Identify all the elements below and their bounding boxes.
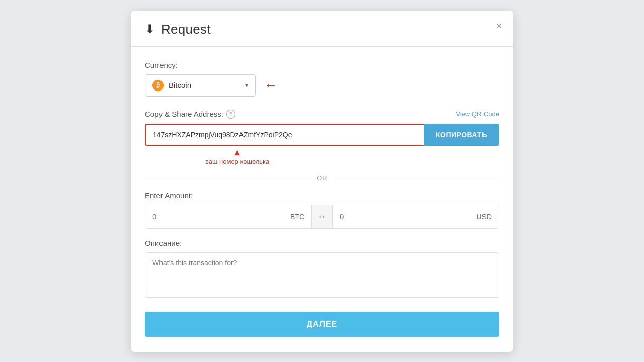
description-label: Описание:	[145, 239, 499, 247]
address-wrapper: КОПИРОВАТЬ	[145, 124, 499, 146]
currency-row: ₿ Bitcoin ▾ ←	[145, 74, 499, 97]
modal-overlay: ⬇ Request × Currency: ₿ Bitcoin ▾ ←	[0, 0, 644, 362]
amount-right: USD	[333, 205, 499, 228]
red-arrow-up-icon: ▲	[233, 148, 242, 157]
currency-dropdown[interactable]: ₿ Bitcoin ▾	[145, 74, 256, 97]
close-button[interactable]: ×	[496, 21, 502, 32]
address-input-row: КОПИРОВАТЬ	[145, 124, 499, 146]
next-button[interactable]: ДАЛЕЕ	[145, 312, 499, 337]
btc-unit: BTC	[290, 213, 304, 221]
wallet-annotation-text: ваш номер кошелька	[205, 158, 269, 165]
usd-amount-input[interactable]	[340, 212, 473, 221]
swap-icon[interactable]: ↔	[311, 205, 333, 228]
modal-body: Currency: ₿ Bitcoin ▾ ← Copy & S	[131, 47, 513, 337]
chevron-down-icon: ▾	[245, 82, 248, 89]
view-qr-link[interactable]: View QR Code	[456, 110, 499, 118]
annotation-wrapper: ▲ ваш номер кошелька	[145, 148, 499, 165]
download-icon: ⬇	[145, 22, 155, 36]
address-section: Copy & Share Address: ? View QR Code КОП…	[145, 110, 499, 182]
or-divider: OR	[145, 174, 499, 182]
or-line-right	[334, 178, 499, 178]
address-label: Copy & Share Address: ?	[145, 110, 235, 119]
or-text: OR	[310, 174, 334, 182]
description-section: Описание:	[145, 239, 499, 300]
currency-section: Currency: ₿ Bitcoin ▾ ←	[145, 61, 499, 97]
help-icon[interactable]: ?	[226, 110, 235, 119]
currency-label: Currency:	[145, 61, 499, 69]
btc-amount-input[interactable]	[152, 212, 287, 221]
or-line-left	[145, 178, 310, 178]
amount-label: Enter Amount:	[145, 191, 499, 200]
address-input[interactable]	[145, 124, 424, 146]
modal-title: Request	[161, 22, 211, 37]
modal-header: ⬇ Request ×	[131, 11, 513, 47]
usd-unit: USD	[476, 213, 492, 221]
copy-button[interactable]: КОПИРОВАТЬ	[424, 124, 499, 146]
request-modal: ⬇ Request × Currency: ₿ Bitcoin ▾ ←	[131, 11, 513, 352]
address-header: Copy & Share Address: ? View QR Code	[145, 110, 499, 119]
red-arrow-right-icon: ←	[264, 77, 278, 94]
bitcoin-icon: ₿	[152, 80, 164, 91]
amount-section: Enter Amount: BTC ↔ USD	[145, 191, 499, 229]
description-textarea[interactable]	[145, 252, 499, 298]
currency-name: Bitcoin	[169, 81, 245, 89]
amount-inputs: BTC ↔ USD	[145, 205, 499, 229]
amount-left: BTC	[145, 205, 311, 228]
